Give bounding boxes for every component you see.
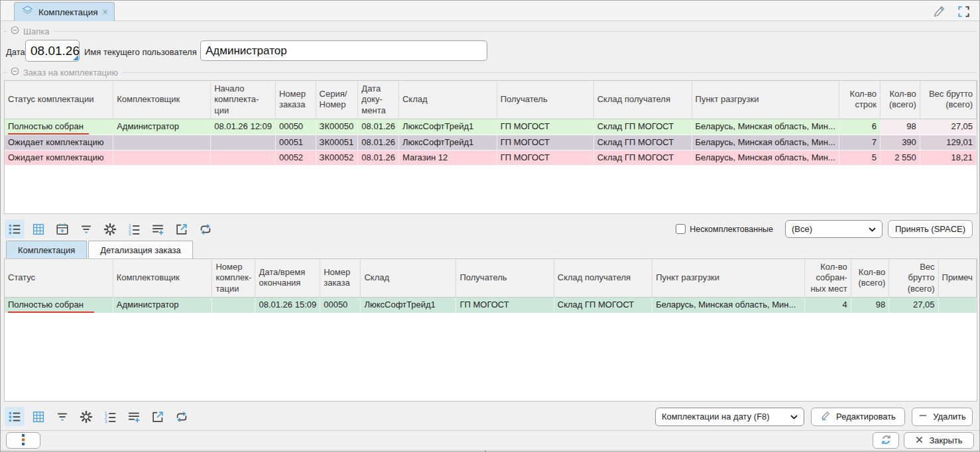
table-cell[interactable] — [211, 150, 276, 165]
calendar-plus-icon[interactable] — [52, 219, 72, 239]
column-header[interactable]: Склад получателя — [554, 259, 652, 297]
close-button[interactable]: Закрыть — [904, 432, 974, 449]
table-cell[interactable]: Склад ГП МОГОСТ — [593, 150, 692, 165]
table-cell[interactable]: Магазин 12 — [398, 150, 497, 165]
table-cell[interactable]: 00052 — [275, 150, 316, 165]
column-header[interactable]: Комплектовщик — [113, 81, 211, 119]
table-row[interactable]: Ожидает комплектацию00052ЗК0005208.01.26… — [5, 150, 977, 165]
table-cell[interactable]: 18,21 — [920, 150, 976, 165]
column-header[interactable]: Получатель — [456, 259, 554, 297]
table-cell[interactable]: 6 — [839, 119, 880, 135]
table-cell[interactable]: 98 — [851, 297, 889, 313]
filter-icon[interactable] — [52, 407, 72, 426]
column-header[interactable]: Комплектовщик — [113, 259, 212, 297]
table-cell[interactable]: 390 — [881, 135, 920, 150]
pencil-icon[interactable] — [932, 3, 948, 19]
open-external-icon[interactable] — [172, 219, 192, 239]
table-cell[interactable]: Беларусь, Минская область, Мин... — [692, 119, 839, 135]
picking-mode-select[interactable]: Комплектации на дату (F8) — [655, 408, 804, 426]
column-header[interactable]: Примеч — [938, 259, 976, 297]
table-cell[interactable]: 08.01.26 15:09 — [255, 297, 320, 313]
add-rows-icon[interactable] — [124, 407, 144, 426]
grid-view-icon[interactable] — [29, 219, 48, 239]
table-cell[interactable]: Склад ГП МОГОСТ — [593, 135, 692, 150]
list-view-icon[interactable] — [5, 219, 25, 239]
table-cell[interactable]: Полностью собран — [5, 297, 113, 313]
accept-button[interactable]: Принять (SPACE) — [888, 220, 973, 238]
gear-icon[interactable] — [76, 407, 96, 426]
column-header[interactable]: Вес брутто (всего) — [889, 259, 938, 297]
table-cell[interactable]: ЛюксСофтТрейд1 — [398, 119, 497, 135]
column-header[interactable]: Кол-во (всего) — [851, 259, 889, 297]
column-header[interactable]: Номер заказа — [320, 259, 361, 297]
column-header[interactable]: Кол-во собран- ных мест — [804, 259, 851, 297]
table-row[interactable]: Полностью собранАдминистратор08.01.26 15… — [5, 297, 977, 313]
tab-komplektacia[interactable]: Комплектация — [6, 241, 87, 258]
table-cell[interactable]: Полностью собран — [5, 119, 113, 135]
fullscreen-icon[interactable] — [955, 3, 971, 19]
table-cell[interactable] — [938, 297, 976, 313]
column-header[interactable]: Кол-во строк — [839, 81, 880, 119]
add-rows-icon[interactable] — [148, 219, 168, 239]
column-header[interactable]: Кол-во (всего) — [881, 81, 920, 119]
column-header[interactable]: Номер заказа — [275, 81, 316, 119]
table-cell[interactable]: Ожидает комплектацию — [5, 135, 113, 150]
grid-view-icon[interactable] — [29, 407, 48, 426]
table-cell[interactable] — [212, 297, 255, 313]
table-cell[interactable]: 00051 — [275, 135, 316, 150]
table-cell[interactable] — [113, 135, 211, 150]
table-cell[interactable]: 5 — [839, 150, 880, 165]
table-cell[interactable]: ЗК00052 — [316, 150, 358, 165]
column-header[interactable]: Начало комплекта- ции — [211, 81, 276, 119]
table-cell[interactable]: ГП МОГОСТ — [497, 150, 593, 165]
table-cell[interactable]: 08.01.26 12:09 — [211, 119, 276, 135]
gear-icon[interactable] — [100, 219, 120, 239]
table-cell[interactable]: ЛюксСофтТрейд1 — [398, 135, 497, 150]
table-cell[interactable]: ЗК00051 — [316, 135, 358, 150]
table-row[interactable]: Ожидает комплектацию00051ЗК0005108.01.26… — [5, 135, 977, 150]
column-header[interactable]: Пункт разгрузки — [652, 259, 804, 297]
table-cell[interactable]: Беларусь, Минская область, Мин... — [652, 297, 804, 313]
table-cell[interactable]: 27,05 — [920, 119, 976, 135]
table-cell[interactable]: Беларусь, Минская область, Мин... — [692, 150, 839, 165]
filter-icon[interactable] — [76, 219, 96, 239]
table-cell[interactable]: Администратор — [113, 119, 211, 135]
column-header[interactable]: Дата/время окончания — [255, 259, 320, 297]
table-cell[interactable]: ГП МОГОСТ — [456, 297, 554, 313]
orders-filter-select[interactable]: (Все) — [785, 220, 883, 238]
column-header[interactable]: Склад — [361, 259, 456, 297]
column-header[interactable]: Получатель — [497, 81, 593, 119]
unpicked-checkbox[interactable] — [676, 224, 686, 234]
date-input[interactable]: 08.01.26 — [25, 40, 80, 62]
table-cell[interactable]: Склад ГП МОГОСТ — [554, 297, 652, 313]
table-cell[interactable]: Администратор — [113, 297, 212, 313]
column-header[interactable]: Номер комплек- тации — [212, 259, 255, 297]
column-header[interactable]: Пункт разгрузки — [692, 81, 839, 119]
table-cell[interactable]: ГП МОГОСТ — [497, 119, 593, 135]
table-cell[interactable]: 27,05 — [889, 297, 938, 313]
table-cell[interactable]: ЗК00050 — [316, 119, 358, 135]
numbered-list-icon[interactable]: 1 2 3 — [124, 219, 144, 239]
column-header[interactable]: Склад получателя — [593, 81, 692, 119]
table-row[interactable]: Полностью собранАдминистратор08.01.26 12… — [5, 119, 977, 135]
table-cell[interactable]: 98 — [881, 119, 920, 135]
table-cell[interactable]: 129,01 — [920, 135, 976, 150]
window-tab-komplektacia[interactable]: Комплектация × — [14, 2, 115, 21]
collapse-minus-icon[interactable] — [11, 67, 19, 78]
table-cell[interactable]: 7 — [839, 135, 880, 150]
refresh-cycle-icon[interactable] — [196, 219, 215, 239]
numbered-list-icon[interactable]: 1 2 3 — [100, 407, 120, 426]
table-cell[interactable]: ЛюксСофтТрейд1 — [361, 297, 456, 313]
table-cell[interactable]: Беларусь, Минская область, Мин... — [692, 135, 839, 150]
table-cell[interactable] — [113, 150, 211, 165]
user-input[interactable]: Администратор — [200, 40, 487, 61]
collapse-minus-icon[interactable] — [11, 26, 19, 36]
refresh-button[interactable] — [873, 432, 899, 449]
column-header[interactable]: Серия/ Номер — [316, 81, 358, 119]
tab-close-icon[interactable]: × — [103, 7, 108, 17]
edit-button[interactable]: Редактировать — [811, 408, 905, 426]
column-header[interactable]: Статус комплектации — [5, 81, 113, 119]
table-cell[interactable]: 08.01.26 — [358, 150, 399, 165]
table-cell[interactable] — [211, 135, 276, 150]
table-cell[interactable]: 2 550 — [881, 150, 920, 165]
